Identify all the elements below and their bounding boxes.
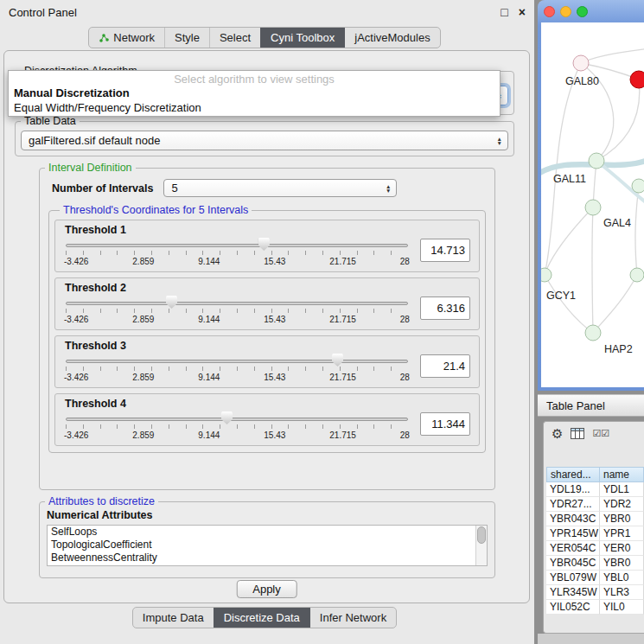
slider-thumb[interactable] xyxy=(332,354,343,367)
threshold-2-value[interactable]: 6.316 xyxy=(420,296,470,320)
threshold-2-slider[interactable]: -3.4262.8599.14415.4321.71528 xyxy=(64,295,410,328)
scale-label: 2.859 xyxy=(132,373,154,382)
cell[interactable]: YBR043C xyxy=(546,512,600,526)
cell[interactable]: YDL19... xyxy=(546,482,600,497)
table-row[interactable]: YLR345WYLR3 xyxy=(546,585,644,600)
tab-impute-data[interactable]: Impute Data xyxy=(133,608,214,628)
cell[interactable]: YBL0 xyxy=(600,571,644,585)
column-header-shared-name[interactable]: shared... xyxy=(546,467,600,482)
threshold-3-box: Threshold 3 -3.4262.8599.14415.4321.7152… xyxy=(54,335,480,388)
tab-label: Network xyxy=(113,31,155,44)
table-row[interactable]: YBR043CYBR0 xyxy=(546,512,644,526)
network-node-gal80[interactable] xyxy=(573,55,589,71)
tab-infer-network[interactable]: Infer Network xyxy=(309,608,396,628)
cell[interactable]: YIL0 xyxy=(600,600,644,615)
list-scrollbar[interactable] xyxy=(475,526,487,565)
cell[interactable]: YPR1 xyxy=(600,526,644,541)
network-node-gal4[interactable] xyxy=(585,200,601,215)
cell[interactable]: YLR3 xyxy=(600,585,644,600)
tab-discretize-data[interactable]: Discretize Data xyxy=(214,608,309,628)
window-controls xyxy=(544,6,588,17)
float-window-icon[interactable]: □ xyxy=(501,5,507,19)
table-row[interactable]: YDL19...YDL1 xyxy=(546,482,644,497)
threshold-3-value[interactable]: 21.4 xyxy=(420,354,470,378)
slider-track xyxy=(66,360,408,363)
threshold-1-box: Threshold 1 -3.4262.8599.14415.4321.7152… xyxy=(54,220,480,272)
table-row[interactable]: YPR145WYPR1 xyxy=(546,526,644,541)
number-of-intervals-label: Number of Intervals xyxy=(52,182,153,194)
column-header-name[interactable]: name xyxy=(600,467,644,482)
cell[interactable]: YDR2 xyxy=(600,497,644,512)
cell[interactable]: YDL1 xyxy=(600,482,644,497)
minimize-traffic-light[interactable] xyxy=(560,6,571,17)
cell[interactable]: YBR0 xyxy=(600,556,644,571)
table-data-combo[interactable]: galFiltered.sif default node ▲▼ xyxy=(21,131,508,150)
cell[interactable]: YER054C xyxy=(546,541,600,556)
number-of-intervals-combo[interactable]: 5 ▲▼ xyxy=(163,179,397,197)
list-item[interactable]: BetweennessCentrality xyxy=(48,552,487,564)
attributes-to-discretize-group: Attributes to discretize Numerical Attri… xyxy=(39,495,495,578)
node-label: GAL4 xyxy=(603,217,631,229)
network-canvas[interactable]: GAL80 GAL11 GAL4 GCY1 HAP2 xyxy=(541,22,644,387)
network-node-hap2[interactable] xyxy=(585,325,601,341)
cell[interactable]: YER0 xyxy=(600,541,644,556)
gear-icon[interactable]: ⚙ xyxy=(552,426,563,442)
network-node-gal11[interactable] xyxy=(589,153,604,169)
threshold-1-value[interactable]: 14.713 xyxy=(420,239,470,262)
tab-style[interactable]: Style xyxy=(164,28,209,48)
table-panel-window: ⚙ ☑☑ shared... name YDL19...YDL1 YDR27..… xyxy=(543,421,644,634)
slider-thumb[interactable] xyxy=(258,238,270,251)
algorithm-dropdown-list: Select algorithm to view settings Manual… xyxy=(8,70,501,117)
scale-label: 28 xyxy=(400,257,410,266)
tab-label: Infer Network xyxy=(320,611,386,624)
group-label: Threshold's Coordinates for 5 Intervals xyxy=(60,204,252,216)
scrollbar-thumb[interactable] xyxy=(477,526,486,544)
tab-jactivemodules[interactable]: jActiveModules xyxy=(344,28,439,48)
table-row[interactable]: YBR045CYBR0 xyxy=(546,556,644,571)
cell[interactable]: YBL079W xyxy=(546,571,600,585)
threshold-3-slider[interactable]: -3.4262.8599.14415.4321.71528 xyxy=(64,353,410,386)
select-columns-icon[interactable]: ☑☑ xyxy=(592,428,609,439)
network-node[interactable] xyxy=(630,268,644,282)
apply-button[interactable]: Apply xyxy=(236,580,297,598)
threshold-4-value[interactable]: 11.344 xyxy=(420,412,470,436)
list-item[interactable]: TopologicalCoefficient xyxy=(48,539,487,552)
tab-network[interactable]: Network xyxy=(89,28,164,48)
table-row[interactable]: YDR27...YDR2 xyxy=(546,497,644,512)
slider-scale: -3.4262.8599.14415.4321.71528 xyxy=(64,373,410,382)
slider-scale: -3.4262.8599.14415.4321.71528 xyxy=(64,315,410,324)
slider-ticks xyxy=(66,424,408,429)
thresholds-group: Threshold's Coordinates for 5 Intervals … xyxy=(48,204,486,453)
cell[interactable]: YBR0 xyxy=(600,512,644,526)
cell[interactable]: YBR045C xyxy=(546,556,600,571)
background-filler xyxy=(538,634,644,644)
cell[interactable]: YPR145W xyxy=(546,526,600,541)
threshold-1-slider[interactable]: -3.4262.8599.14415.4321.71528 xyxy=(64,237,410,270)
cell[interactable]: YDR27... xyxy=(546,497,600,512)
close-traffic-light[interactable] xyxy=(544,6,555,17)
scale-label: 9.144 xyxy=(198,430,220,440)
cell[interactable]: YLR345W xyxy=(546,585,600,600)
list-item[interactable]: SelfLoops xyxy=(48,526,487,539)
scale-label: -3.426 xyxy=(64,373,88,382)
dropdown-option-manual-discretization[interactable]: Manual Discretization xyxy=(9,86,500,100)
cell[interactable]: YIL052C xyxy=(546,600,600,615)
slider-thumb[interactable] xyxy=(221,411,233,424)
network-node-selected[interactable] xyxy=(630,71,644,88)
dropdown-option-equal-width[interactable]: Equal Width/Frequency Discretization xyxy=(9,100,500,115)
columns-icon[interactable] xyxy=(571,428,584,439)
numerical-attributes-list[interactable]: SelfLoops TopologicalCoefficient Between… xyxy=(47,525,488,566)
zoom-traffic-light[interactable] xyxy=(577,6,588,17)
tab-select[interactable]: Select xyxy=(209,28,260,48)
network-node-gcy1[interactable] xyxy=(541,268,552,282)
table-row[interactable]: YIL052CYIL0 xyxy=(546,600,644,615)
tab-cyni-toolbox[interactable]: Cyni Toolbox xyxy=(260,28,344,48)
threshold-4-slider[interactable]: -3.4262.8599.14415.4321.71528 xyxy=(64,411,410,443)
scale-label: 2.859 xyxy=(132,315,154,324)
close-icon[interactable]: × xyxy=(519,5,526,19)
slider-thumb[interactable] xyxy=(166,296,177,309)
tab-label: jActiveModules xyxy=(354,31,430,44)
table-row[interactable]: YBL079WYBL0 xyxy=(546,571,644,585)
network-node[interactable] xyxy=(632,179,644,193)
table-row[interactable]: YER054CYER0 xyxy=(546,541,644,556)
